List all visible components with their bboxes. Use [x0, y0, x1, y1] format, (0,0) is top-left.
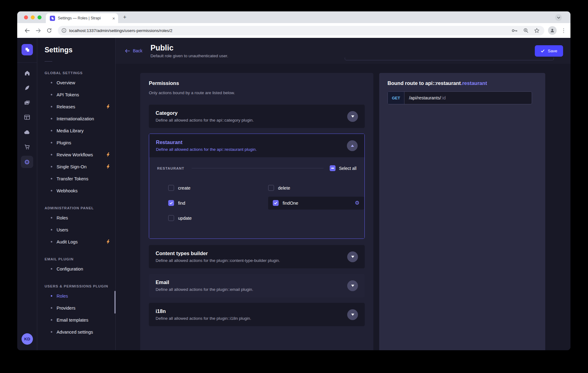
password-key-icon[interactable]: [512, 29, 518, 33]
user-avatar[interactable]: KD: [22, 333, 33, 345]
findone-selected-row[interactable]: findOne ⚙: [268, 197, 364, 210]
bullet-icon: [51, 319, 52, 321]
bullet-icon: [51, 94, 52, 95]
deploy-cloud-icon[interactable]: [21, 125, 33, 139]
restaurant-permissions-body: RESTAURANT Select all create: [149, 157, 364, 239]
bullet-icon: [51, 154, 52, 155]
bullet-icon: [51, 142, 52, 143]
sidebar-item-single-sign-on[interactable]: Single Sign-On: [45, 161, 115, 173]
forward-icon[interactable]: [34, 28, 42, 33]
bullet-icon: [51, 268, 52, 270]
sidebar-item-plugins[interactable]: Plugins: [45, 137, 115, 149]
accordion-email-header[interactable]: Email Define all allowed actions for the…: [149, 274, 365, 297]
marketplace-cart-icon[interactable]: [21, 139, 33, 154]
sidebar-item-admin-roles[interactable]: Roles: [45, 212, 115, 224]
sidebar-item-providers[interactable]: Providers: [45, 302, 115, 314]
zoom-window-button[interactable]: [38, 15, 42, 19]
action-delete: delete: [268, 180, 364, 195]
group-label: RESTAURANT: [157, 166, 184, 170]
accordion-i18n-header[interactable]: i18n Define all allowed actions for the …: [149, 303, 365, 326]
home-icon[interactable]: [21, 66, 33, 80]
sidebar-item-api-tokens[interactable]: API Tokens: [45, 89, 115, 101]
url-text[interactable]: localhost:1337/admin/settings/users-perm…: [69, 28, 512, 33]
close-window-button[interactable]: [24, 15, 28, 19]
minimize-window-button[interactable]: [31, 15, 35, 19]
sidebar-item-advanced-settings[interactable]: Advanced settings: [45, 326, 115, 338]
http-method-badge: GET: [388, 92, 404, 104]
bullet-icon: [51, 178, 52, 179]
lightning-icon: [106, 164, 110, 169]
accordion-ctb-header[interactable]: Content types builder Define all allowed…: [149, 245, 365, 268]
tab-title: Settings — Roles | Strapi: [58, 16, 110, 20]
accordion-category-header[interactable]: Category Define all allowed actions for …: [149, 105, 365, 128]
role-detail-body: Permissions Only actions bound by a rout…: [116, 64, 570, 350]
chevron-down-icon[interactable]: [347, 251, 358, 262]
check-icon: [541, 49, 545, 53]
create-checkbox[interactable]: [168, 185, 174, 191]
advanced-settings-gear-icon[interactable]: ⚙: [355, 200, 360, 206]
sidebar-item-releases[interactable]: Releases: [45, 101, 115, 113]
sidebar-item-transfer-tokens[interactable]: Transfer Tokens: [45, 173, 115, 185]
accordion-email: Email Define all allowed actions for the…: [149, 274, 365, 297]
tab-search-chevron-icon[interactable]: [555, 14, 562, 21]
sidebar-item-configuration[interactable]: Configuration: [45, 263, 115, 275]
accordion-restaurant-header[interactable]: Restaurant Define all allowed actions fo…: [149, 134, 364, 157]
bullet-icon: [51, 82, 52, 83]
bookmark-star-icon[interactable]: [534, 28, 539, 33]
delete-checkbox[interactable]: [268, 185, 274, 191]
content-manager-feather-icon[interactable]: [21, 80, 33, 95]
settings-sidebar-title: Settings: [45, 46, 115, 54]
browser-tab[interactable]: Settings — Roles | Strapi ×: [46, 13, 118, 23]
find-checkbox[interactable]: [168, 200, 174, 206]
save-button[interactable]: Save: [535, 45, 563, 57]
zoom-magnifier-icon[interactable]: [523, 28, 528, 33]
browser-profile-icon[interactable]: [548, 26, 557, 35]
sidebar-item-email-templates[interactable]: Email templates: [45, 314, 115, 326]
bullet-icon: [51, 106, 52, 107]
chevron-up-icon[interactable]: [347, 140, 358, 151]
strapi-favicon-icon: [50, 16, 55, 21]
sidebar-item-admin-users[interactable]: Users: [45, 224, 115, 236]
chevron-down-icon[interactable]: [347, 309, 358, 320]
update-checkbox[interactable]: [168, 215, 174, 221]
sidebar-item-media-library[interactable]: Media Library: [45, 125, 115, 137]
sidebar-item-webhooks[interactable]: Webhooks: [45, 185, 115, 197]
bullet-icon: [51, 217, 52, 219]
accordion-category: Category Define all allowed actions for …: [149, 105, 365, 128]
back-link[interactable]: Back: [125, 48, 142, 53]
route-row: GET /api/restaurants/:id: [387, 91, 532, 104]
chevron-down-icon[interactable]: [347, 111, 358, 122]
new-tab-button[interactable]: +: [123, 14, 126, 21]
sidebar-item-internationalization[interactable]: Internationalization: [45, 113, 115, 125]
url-bar[interactable]: localhost:1337/admin/settings/users-perm…: [58, 26, 544, 35]
bullet-icon: [51, 190, 52, 191]
content-type-builder-layout-icon[interactable]: [21, 110, 33, 125]
site-info-icon[interactable]: [62, 28, 66, 33]
back-icon[interactable]: [23, 28, 31, 33]
settings-gear-icon[interactable]: ⚙: [21, 156, 33, 168]
media-library-images-icon[interactable]: [21, 95, 33, 110]
strapi-logo[interactable]: [22, 44, 33, 55]
sidebar-item-overview[interactable]: Overview: [45, 77, 115, 89]
bullet-icon: [51, 130, 52, 131]
findone-checkbox[interactable]: [273, 200, 279, 206]
action-findone: findOne ⚙: [268, 195, 364, 211]
sidebar-item-review-workflows[interactable]: Review Workflows: [45, 149, 115, 161]
accordion-content-types-builder: Content types builder Define all allowed…: [149, 245, 365, 268]
sidebar-item-audit-logs[interactable]: Audit Logs: [45, 236, 115, 248]
reload-icon[interactable]: [45, 28, 54, 33]
accordion-restaurant: Restaurant Define all allowed actions fo…: [149, 134, 365, 239]
bullet-icon: [51, 229, 52, 231]
section-users-permissions-plugin: USERS & PERMISSIONS PLUGIN: [45, 284, 115, 288]
chevron-down-icon[interactable]: [347, 280, 358, 291]
select-all-label: Select all: [339, 166, 356, 171]
select-all-checkbox[interactable]: [330, 165, 336, 171]
browser-menu-dots-icon[interactable]: ⋮: [561, 27, 566, 34]
role-field-cutoff: [345, 58, 554, 60]
strapi-admin-app: ⚙ KD Settings GLOBAL SETTINGS Overview A…: [17, 38, 570, 350]
permissions-panel: Permissions Only actions bound by a rout…: [140, 73, 373, 350]
section-global-settings: GLOBAL SETTINGS: [45, 71, 115, 75]
sidebar-item-up-roles[interactable]: Roles: [45, 290, 115, 302]
tab-close-icon[interactable]: ×: [112, 16, 115, 21]
main-content: Back Public Default role given to unauth…: [116, 38, 570, 350]
